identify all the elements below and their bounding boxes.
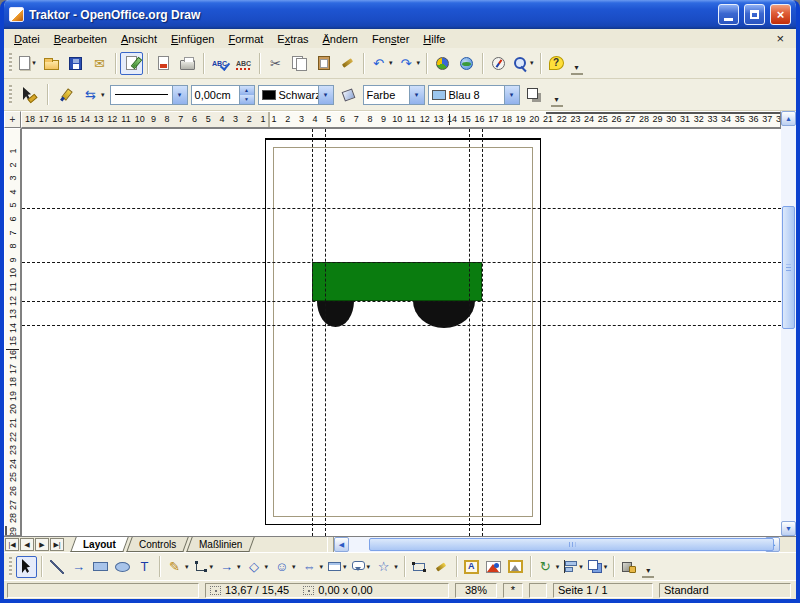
horizontal-scroll-track[interactable] [349, 537, 765, 552]
redo-button[interactable]: ↷▾ [396, 52, 423, 75]
vertical-scroll-thumb[interactable] [782, 206, 795, 329]
arrange-button[interactable]: ▾ [586, 556, 610, 578]
rotate-tool[interactable]: ↻▾ [535, 556, 562, 578]
close-button[interactable]: × [770, 4, 791, 25]
basic-shapes-dropdown-icon[interactable]: ▾ [265, 563, 269, 571]
scroll-down-button[interactable]: ▼ [781, 521, 796, 536]
line-tool[interactable] [46, 556, 67, 578]
redo-dropdown-icon[interactable]: ▾ [417, 59, 421, 67]
paste-button[interactable] [312, 52, 335, 75]
horizontal-ruler[interactable]: 1817161514131211109876543211234567891011… [21, 111, 781, 128]
stars-tool[interactable]: ☆▾ [373, 556, 400, 578]
basic-shapes-tool[interactable]: ◇▾ [244, 556, 271, 578]
lines-arrows-tool[interactable]: →▾ [216, 556, 243, 578]
ellipse-tool[interactable] [112, 556, 133, 578]
gallery-frame-button[interactable] [505, 556, 526, 578]
snap-guide-horizontal-4[interactable] [22, 325, 781, 326]
toolbar-overflow-button[interactable]: ▾ [642, 565, 654, 578]
toolbar-overflow-button[interactable]: ▾ [551, 94, 563, 107]
zoom-button[interactable]: ▾ [511, 52, 536, 75]
undo-button[interactable]: ↶▾ [368, 52, 395, 75]
tractor-body[interactable] [312, 262, 482, 301]
flowchart-tool[interactable]: ▾ [326, 556, 349, 578]
save-button[interactable] [64, 52, 87, 75]
status-position-size-field[interactable]: 13,67 / 15,45 0,00 x 0,00 [205, 583, 449, 598]
block-arrows-tool[interactable]: ⇔▾ [299, 556, 326, 578]
area-dialog-button[interactable] [337, 83, 360, 106]
menu-einfügen[interactable]: Einfügen [164, 31, 221, 47]
line-style-combo-arrow-icon[interactable]: ▾ [172, 86, 187, 104]
new-dropdown-icon[interactable]: ▾ [32, 59, 36, 67]
drawing-canvas[interactable] [21, 128, 781, 536]
gluepoints-tool[interactable] [431, 556, 452, 578]
select-tool[interactable] [16, 556, 37, 578]
format-paintbrush-button[interactable] [336, 52, 359, 75]
line-color-combo[interactable]: Schwarz▾ [258, 85, 334, 105]
line-width-spinner-down[interactable]: ▼ [240, 95, 254, 104]
tab-nav-button-3[interactable]: ▶ [35, 538, 49, 551]
edit-file-button[interactable] [120, 52, 143, 75]
vertical-scrollbar[interactable]: ▲ ▼ [781, 111, 796, 536]
zoom-dropdown-icon[interactable]: ▾ [530, 59, 534, 67]
tab-layout[interactable]: Layout [70, 537, 128, 552]
curve-dropdown-icon[interactable]: ▾ [185, 563, 189, 571]
snap-guide-vertical-4[interactable] [482, 129, 483, 536]
menu-fenster[interactable]: Fenster [365, 31, 416, 47]
rectangle-tool[interactable] [90, 556, 111, 578]
snap-guide-vertical-1[interactable] [312, 129, 313, 536]
shadow-button[interactable] [523, 83, 546, 106]
fill-color-combo[interactable]: Blau 8▾ [428, 85, 520, 105]
maximize-button[interactable] [744, 4, 765, 25]
fill-style-combo-arrow-icon[interactable]: ▾ [409, 86, 424, 104]
draw-app-icon[interactable] [9, 7, 24, 22]
line-style-combo[interactable]: ▾ [110, 85, 188, 105]
snap-guide-horizontal-1[interactable] [22, 208, 781, 209]
open-button[interactable] [40, 52, 63, 75]
menu-hilfe[interactable]: Hilfe [416, 31, 452, 47]
snap-guide-horizontal-2[interactable] [22, 262, 781, 263]
auto-spellcheck-button[interactable]: ABC [232, 52, 255, 75]
arrange-dropdown-icon[interactable]: ▾ [604, 563, 608, 571]
scrollbar-splitter[interactable] [327, 537, 334, 552]
menu-format[interactable]: Format [221, 31, 270, 47]
arrow-style-dropdown-icon[interactable]: ▾ [101, 91, 105, 99]
menu-extras[interactable]: Extras [270, 31, 315, 47]
horizontal-scroll-thumb[interactable] [369, 538, 774, 551]
toolbar-grip[interactable] [9, 53, 12, 73]
toolbar-grip[interactable] [9, 557, 12, 577]
menu-bearbeiten[interactable]: Bearbeiten [47, 31, 114, 47]
block-arrows-dropdown-icon[interactable]: ▾ [320, 563, 324, 571]
stars-dropdown-icon[interactable]: ▾ [394, 563, 398, 571]
menu-ansicht[interactable]: Ansicht [114, 31, 164, 47]
ruler-origin-button[interactable]: + [4, 111, 21, 128]
edit-points-button[interactable] [18, 83, 41, 106]
tab-nav-button-1[interactable]: |◀ [5, 538, 19, 551]
tab-controls[interactable]: Controls [126, 537, 189, 552]
menu-datei[interactable]: Datei [7, 31, 47, 47]
cut-button[interactable]: ✂ [264, 52, 287, 75]
close-document-button[interactable]: × [767, 31, 793, 46]
insert-chart-button[interactable] [431, 52, 454, 75]
curve-tool[interactable]: ✎▾ [164, 556, 191, 578]
undo-dropdown-icon[interactable]: ▾ [389, 59, 393, 67]
title-bar[interactable]: Traktor - OpenOffice.org Draw × [4, 0, 796, 29]
scroll-left-button[interactable]: ◀ [334, 537, 349, 552]
tab-maßlinien[interactable]: Maßlinien [186, 537, 255, 552]
email-button[interactable]: ✉ [88, 52, 111, 75]
scroll-up-button[interactable]: ▲ [781, 111, 796, 126]
symbol-shapes-dropdown-icon[interactable]: ▾ [292, 563, 296, 571]
new-button[interactable]: ▾ [16, 52, 39, 75]
vertical-ruler[interactable]: 1234567891011121314151617181920212223242… [4, 128, 21, 536]
flowchart-dropdown-icon[interactable]: ▾ [343, 563, 347, 571]
connector-dropdown-icon[interactable]: ▾ [210, 563, 214, 571]
gallery-button[interactable] [455, 52, 478, 75]
snap-guide-horizontal-3[interactable] [22, 301, 781, 302]
print-button[interactable] [176, 52, 199, 75]
arrow-style-button[interactable]: ⇆▾ [80, 83, 107, 106]
help-button[interactable]: ? [545, 52, 568, 75]
minimize-button[interactable] [718, 4, 739, 25]
vertical-scroll-track[interactable] [781, 126, 796, 521]
page[interactable] [265, 138, 541, 525]
alignment-dropdown-icon[interactable]: ▾ [579, 563, 583, 571]
line-width-spinner[interactable]: 0,00cm▲▼ [191, 85, 255, 105]
